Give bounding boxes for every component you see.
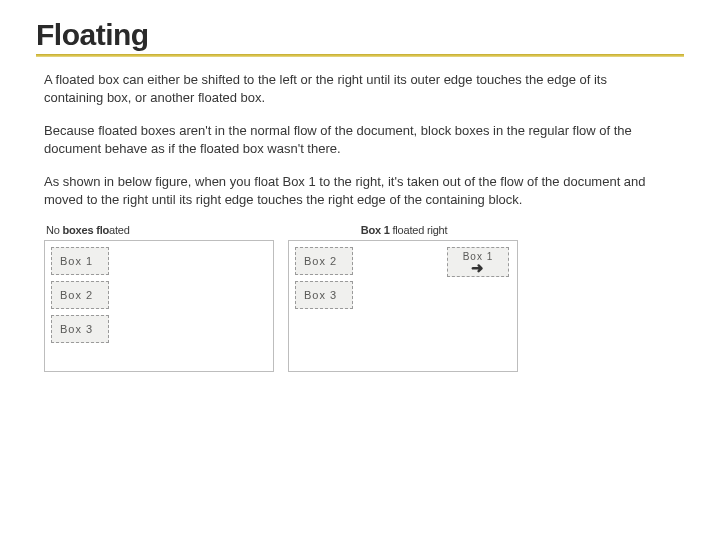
paragraph-1: A floated box can either be shifted to t… bbox=[44, 71, 664, 106]
caption-bold: Box 1 bbox=[361, 224, 390, 236]
caption-suffix: ated bbox=[109, 224, 130, 236]
paragraph-3: As shown in below figure, when you float… bbox=[44, 173, 664, 208]
arrow-right-icon: ➜ bbox=[471, 263, 485, 274]
caption-text: No bbox=[46, 224, 63, 236]
box-3: Box 3 bbox=[51, 315, 109, 343]
caption-suffix: floated right bbox=[390, 224, 448, 236]
figure-panel-right: Box 1 floated right Box 2 Box 3 Box 1 ➜ bbox=[288, 224, 518, 372]
figure-panel-left: No boxes floated Box 1 Box 2 Box 3 bbox=[44, 224, 274, 372]
box-1-floated: Box 1 ➜ bbox=[447, 247, 509, 277]
box-3: Box 3 bbox=[295, 281, 353, 309]
figure-frame-left: Box 1 Box 2 Box 3 bbox=[44, 240, 274, 372]
figure-frame-right: Box 2 Box 3 Box 1 ➜ bbox=[288, 240, 518, 372]
paragraph-2: Because floated boxes aren't in the norm… bbox=[44, 122, 664, 157]
box-2: Box 2 bbox=[51, 281, 109, 309]
box-2: Box 2 bbox=[295, 247, 353, 275]
title-underline bbox=[36, 54, 684, 57]
caption-bold: boxes flo bbox=[63, 224, 110, 236]
slide: Floating A floated box can either be shi… bbox=[0, 0, 720, 372]
body: A floated box can either be shifted to t… bbox=[36, 71, 684, 372]
figure-caption-left: No boxes floated bbox=[46, 224, 274, 236]
box-1: Box 1 bbox=[51, 247, 109, 275]
page-title: Floating bbox=[36, 18, 684, 52]
figure-row: No boxes floated Box 1 Box 2 Box 3 Box 1… bbox=[44, 224, 676, 372]
figure-caption-right: Box 1 floated right bbox=[290, 224, 518, 236]
